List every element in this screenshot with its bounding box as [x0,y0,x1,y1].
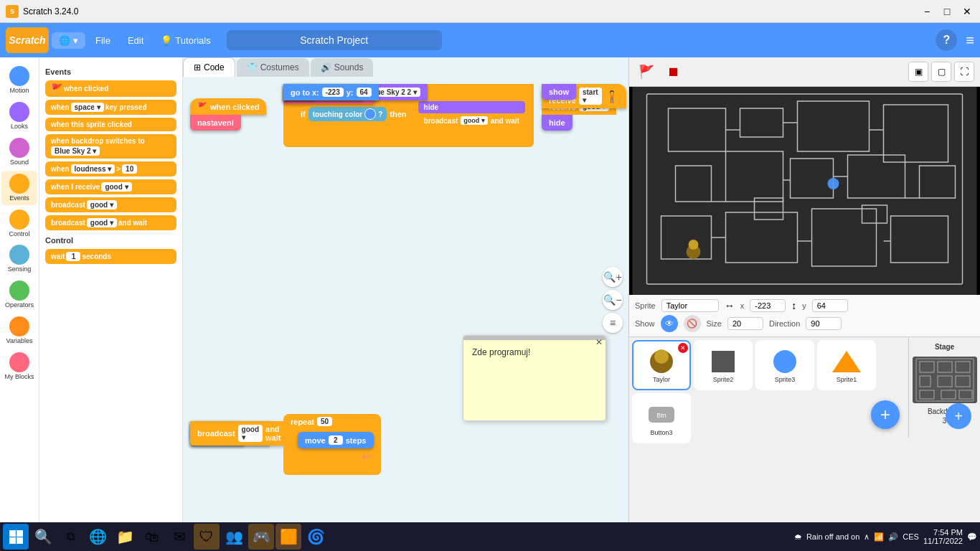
maximize-button[interactable]: □ [940,4,954,19]
broadcast-wait-block[interactable]: broadcast good ▾ and wait [45,215,176,230]
backdrop-dropdown[interactable]: Blue Sky 2 ▾ [51,146,100,156]
category-myblocks[interactable]: My Blocks [1,349,37,384]
size-input[interactable] [727,317,763,330]
broadcast-and-wait-if[interactable]: broadcast good ▾ and wait [418,114,525,127]
sprite-thumb-button3[interactable]: Btn Button3 [632,393,691,443]
hide-eye-button[interactable]: 🚫 [684,315,701,332]
when-receive-block[interactable]: when I receive good ▾ [45,179,176,194]
loudness-dropdown[interactable]: loudness ▾ [71,164,116,174]
help-button[interactable]: ? [936,29,957,51]
taskbar-security[interactable]: 🛡 [194,524,220,550]
when-backdrop-switches-block[interactable]: when backdrop switches to Blue Sky 2 ▾ [45,134,176,159]
category-control[interactable]: Control [1,207,37,241]
notification-icon[interactable]: 💬 [967,532,977,542]
category-operators[interactable]: Operators [1,278,37,312]
taskbar-chrome[interactable]: 🌀 [303,524,329,550]
taskbar-taskview[interactable]: ⧉ [57,524,83,550]
add-backdrop-button[interactable]: + [946,403,971,429]
category-variables[interactable]: Variables [1,314,37,348]
y-coord-input[interactable] [812,299,848,312]
code-tab[interactable]: ⊞ Code [183,57,235,77]
good-dropdown-if[interactable]: good ▾ [461,116,488,125]
start-button[interactable] [3,524,29,550]
sprite-thumb-sprite1[interactable]: Sprite1 [817,340,876,390]
file-menu[interactable]: File [88,32,118,49]
move-block[interactable]: move 2 steps [298,432,374,448]
taskbar-scratch[interactable]: 🟧 [275,524,301,550]
sounds-tab[interactable]: 🔊 Sounds [311,58,374,77]
project-name-input[interactable] [227,30,442,50]
y-input[interactable]: 64 [357,88,372,97]
move-input[interactable]: 2 [329,435,343,445]
language-button[interactable]: 🌐 ▾ [52,32,85,49]
zoom-out-button[interactable]: 🔍− [603,290,623,310]
taskbar-xbox[interactable]: 🎮 [248,524,274,550]
costumes-tab[interactable]: 👕 Costumes [237,58,309,77]
start-dropdown[interactable]: start ▾ [579,88,602,105]
zoom-in-button[interactable]: 🔍+ [603,267,623,287]
key-dropdown[interactable]: space ▾ [71,103,104,112]
fit-button[interactable]: ≡ [603,313,623,333]
hamburger-menu[interactable]: ≡ [966,32,974,49]
when-flag-clicked-block-1[interactable]: 🚩 when clicked [45,80,176,97]
weather-icon: 🌧 [794,532,802,541]
script-area[interactable]: 🚩 when clicked nastavení 🚩 when clicked … [183,77,628,522]
when-loudness-block[interactable]: when loudness ▾ > 10 [45,161,176,176]
goto-block[interactable]: go to x: -223 y: 64 [283,84,379,100]
taskbar-up-arrow[interactable]: ∧ [864,532,870,542]
close-button[interactable]: ✕ [960,4,974,19]
normal-stage-button[interactable]: ▢ [931,62,951,82]
show-block[interactable]: show [542,84,576,100]
add-sprite-button[interactable]: + [871,400,900,429]
note-close-button[interactable]: ✕ [595,337,603,347]
broadcast-wait-dropdown[interactable]: good ▾ [87,218,117,227]
show-eye-button[interactable]: 👁 [661,315,678,332]
category-looks[interactable]: Looks [1,99,37,133]
edit-menu[interactable]: Edit [121,32,151,49]
receive-dropdown[interactable]: good ▾ [101,182,131,192]
fullscreen-button[interactable]: ⛶ [954,62,974,82]
repeat-input[interactable]: 50 [317,417,332,426]
broadcast-dropdown[interactable]: good ▾ [87,200,117,209]
wait-block[interactable]: wait 1 seconds [45,249,176,264]
broadcast-good-wait-block[interactable]: broadcast good ▾ and wait [190,421,288,446]
taskbar-edge[interactable]: 🌐 [85,524,110,550]
taskbar-files[interactable]: 📁 [112,524,138,550]
broadcast-block[interactable]: broadcast good ▾ [45,197,176,212]
direction-input[interactable] [806,317,842,330]
x-coord-input[interactable] [750,299,786,312]
category-events[interactable]: Events [1,171,37,205]
broadcast-good-wait-dropdown[interactable]: good ▾ [238,425,263,442]
nastaveni-call-block[interactable]: nastavení [190,115,241,131]
hide-block-receive[interactable]: hide [542,115,573,131]
when-flag-clicked-1[interactable]: 🚩 when clicked [190,98,266,115]
stop-button[interactable]: ⏹ [662,60,685,83]
taskbar-mail[interactable]: ✉ [166,524,192,550]
small-stage-button[interactable]: ▣ [908,62,928,82]
sprite-thumb-taylor[interactable]: ✕ Taylor [632,340,691,390]
when-key-pressed-block[interactable]: when space ▾ key pressed [45,100,176,115]
repeat-block[interactable]: repeat 50 [283,414,381,429]
sprite-name-input[interactable] [661,299,719,312]
sprite-thumb-sprite2[interactable]: Sprite2 [694,340,753,390]
category-sensing[interactable]: Sensing [1,242,37,276]
wait-input[interactable]: 1 [66,252,80,261]
taskbar-teams[interactable]: 👥 [221,524,247,550]
color-swatch[interactable] [364,108,376,120]
category-motion[interactable]: Motion [1,63,37,98]
minimize-button[interactable]: − [920,4,934,19]
hide-block-if[interactable]: hide [418,101,525,113]
taskbar-store[interactable]: 🛍 [139,524,165,550]
loudness-value[interactable]: 10 [122,164,137,174]
x-input[interactable]: -223 [322,88,344,97]
green-flag-button[interactable]: 🚩 [635,60,658,83]
variables-circle [9,316,29,336]
taskbar-time-area[interactable]: 7:54 PM 11/17/2022 [923,528,963,545]
when-sprite-clicked-block[interactable]: when this sprite clicked [45,118,176,131]
tutorials-button[interactable]: 💡 Tutorials [154,32,217,49]
sprite-delete-taylor[interactable]: ✕ [678,343,688,353]
category-sound[interactable]: Sound [1,135,37,169]
taskbar-search[interactable]: 🔍 [30,524,56,550]
stage-mini-thumb[interactable] [913,357,977,403]
sprite-thumb-sprite3[interactable]: Sprite3 [755,340,814,390]
